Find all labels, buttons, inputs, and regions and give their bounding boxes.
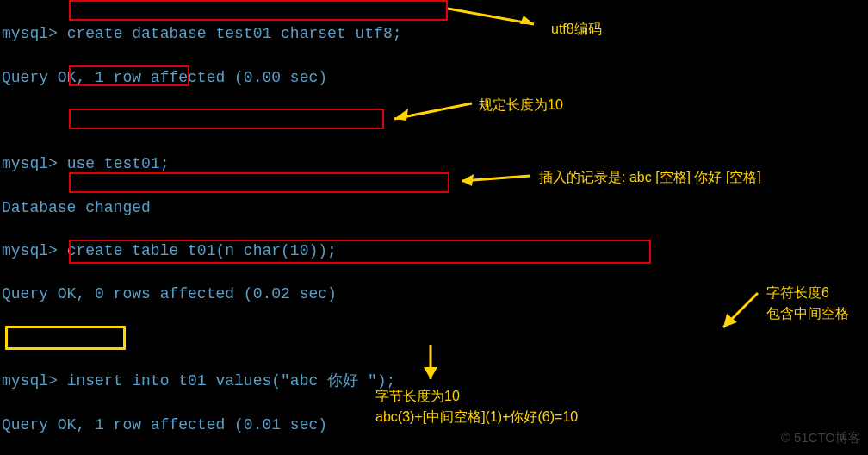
watermark: © 51CTO博客 (781, 430, 861, 446)
cmd-use: use test01; (67, 155, 170, 172)
result-create-table: Query OK, 0 rows affected (0.02 sec) (2, 284, 616, 305)
svg-line-6 (723, 293, 758, 327)
prompt: mysql> (2, 242, 67, 259)
annotation-utf8: utf8编码 (551, 21, 602, 39)
annotation-charlen2: 包含中间空格 (766, 305, 849, 323)
annotation-bytelen2: abc(3)+[中间空格](1)+你好(6)=10 (375, 408, 578, 427)
prompt: mysql> (2, 155, 67, 172)
annotation-insert: 插入的记录是: abc [空格] 你好 [空格] (539, 169, 761, 187)
cmd-insert: insert into t01 values("abc 你好 "); (67, 372, 396, 390)
arrow-icon (715, 284, 768, 336)
result-use: Database changed (2, 197, 616, 219)
prompt: mysql> (2, 372, 67, 390)
cmd-create-db: create database test01 charset utf8; (67, 25, 402, 42)
cmd-create-table: create table t01(n char(10)); (67, 242, 337, 259)
prompt: mysql> (2, 25, 67, 42)
result-create-db: Query OK, 1 row affected (0.00 sec) (2, 67, 616, 89)
annotation-bytelen1: 字节长度为10 (375, 388, 460, 406)
terminal-output: mysql> create database test01 charset ut… (0, 0, 617, 455)
svg-marker-7 (723, 314, 737, 327)
annotation-charlen1: 字符长度6 (766, 284, 829, 302)
annotation-len10: 规定长度为10 (479, 97, 563, 115)
